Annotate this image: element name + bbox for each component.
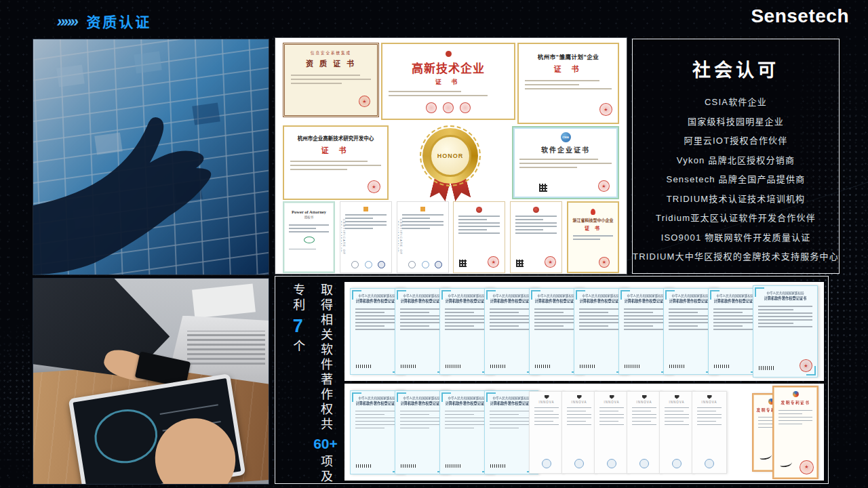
cert-title: 浙江省科技型中小企业 bbox=[568, 217, 618, 223]
social-list-item: Vykon 品牌北区授权分销商 bbox=[633, 151, 839, 171]
video-wall-illustration bbox=[33, 39, 269, 274]
barcode bbox=[356, 464, 371, 468]
red-seal bbox=[545, 256, 556, 268]
coat-of-arms-icon bbox=[707, 395, 712, 399]
blue-seal bbox=[542, 459, 551, 468]
coat-of-arms-icon bbox=[642, 395, 647, 399]
cert-title: 发明专利证书 bbox=[775, 399, 816, 405]
innovation-patent-certificate: INNOVA bbox=[561, 391, 597, 474]
green-oval-stamp bbox=[304, 237, 315, 243]
vertical-caption: 专利 7 个 取得相关软件著作权共 60+ 项及 bbox=[283, 283, 344, 485]
cert-subtitle: 授权书 bbox=[284, 215, 334, 219]
registrar-logo-icon bbox=[420, 207, 425, 211]
certificate-of-registration-1: CERTIFICATE OF REGISTRATION bbox=[340, 201, 392, 273]
social-list-item: Tridium亚太区认证软件开发合作伙伴 bbox=[633, 209, 839, 228]
brand-logo: Sensetech bbox=[751, 5, 849, 27]
caption-text: 项及 bbox=[318, 455, 333, 485]
cert-title: INNOVA bbox=[530, 401, 564, 404]
certificate-of-registration-2: CERTIFICATE OF REGISTRATION bbox=[397, 201, 449, 273]
medal-label: HONOR bbox=[437, 152, 464, 159]
red-seal bbox=[598, 180, 610, 192]
social-list-item: ISO9001 物联网软件开发质量认证 bbox=[633, 228, 839, 248]
cert-title: 资 质 证 书 bbox=[285, 58, 377, 68]
copyright-certificates-strip: 中华人民共和国国家版权局 计算机软件著作权登记证书 中华人民共和国国家版权局 计… bbox=[344, 282, 824, 381]
software-copyright-certificate-large: 中华人民共和国国家版权局 计算机软件著作权登记证书 bbox=[753, 285, 818, 378]
photo-desk-scene bbox=[33, 278, 269, 485]
cert-subtitle: 证 书 bbox=[568, 224, 618, 231]
coat-of-arms-icon bbox=[610, 395, 614, 399]
red-seal bbox=[599, 257, 610, 268]
caption-text: 专利 bbox=[290, 283, 305, 313]
flame-logo-icon bbox=[591, 209, 595, 215]
cnipa-logo-icon bbox=[793, 391, 799, 397]
barcode bbox=[401, 365, 416, 368]
barcode bbox=[580, 365, 595, 368]
cert-title: Power of Attorney bbox=[284, 209, 334, 214]
social-list: CSIA软件企业 国家级科技园明星企业 阿里云IOT授权合作伙伴 Vykon 品… bbox=[633, 93, 839, 267]
page-title: 资质认证 bbox=[86, 11, 151, 31]
qr-code bbox=[516, 260, 524, 267]
certificates-panel: 信息安全系统集成 资 质 证 书 高新技术企业 证 书 杭州市“雏鹰计划”企业 … bbox=[275, 37, 627, 274]
vertical-side-text: CERTIFICATE OF REGISTRATION bbox=[398, 205, 403, 270]
csia-globe-icon: CSIA bbox=[561, 132, 571, 142]
cert-header: 中华人民共和国国家版权局 bbox=[756, 290, 814, 294]
signature bbox=[759, 452, 772, 460]
barcode bbox=[669, 365, 684, 368]
barcode bbox=[490, 365, 505, 368]
cert-title: 高新技术企业 bbox=[382, 59, 514, 76]
blue-seal bbox=[574, 459, 584, 468]
invention-patent-group: 发明专利证书 发明专利证书 bbox=[752, 386, 818, 479]
barcode bbox=[401, 464, 416, 468]
cert-title: INNOVA bbox=[595, 401, 629, 404]
barcode bbox=[625, 365, 639, 368]
national-emblem-icon bbox=[533, 207, 539, 213]
certificate-software-enterprise: CSIA 软件企业证书 bbox=[512, 126, 619, 199]
registrar-logo-icon bbox=[363, 207, 368, 211]
social-list-item: Sensetech 品牌全国产品提供商 bbox=[633, 170, 839, 190]
government-license-1 bbox=[453, 201, 505, 273]
innovation-patent-certificate: INNOVA bbox=[529, 391, 564, 474]
red-seal bbox=[800, 460, 814, 474]
qr-code bbox=[539, 184, 547, 192]
barcode bbox=[446, 464, 460, 468]
barcode bbox=[714, 365, 729, 368]
red-seal bbox=[368, 180, 380, 193]
innovation-patent-certificate: INNOVA bbox=[594, 391, 629, 474]
caption-text: 取得相关软件著作权共 bbox=[318, 283, 333, 432]
medal-ring: HONOR bbox=[422, 128, 478, 184]
copyright-count: 60+ bbox=[313, 436, 338, 451]
social-list-item: 国家级科技园明星企业 bbox=[633, 113, 839, 132]
barcode bbox=[759, 366, 775, 370]
honor-medal: HONOR bbox=[416, 124, 484, 201]
social-list-item: CSIA软件企业 bbox=[633, 93, 839, 113]
blue-seal bbox=[672, 459, 682, 468]
social-list-item: TRIDIUM技术认证技术培训机构 bbox=[633, 190, 839, 209]
red-seal bbox=[599, 103, 612, 116]
cert-subtitle: 证 书 bbox=[284, 144, 387, 155]
accreditation-seals bbox=[349, 261, 389, 268]
coat-of-arms-icon bbox=[675, 395, 679, 399]
national-emblem-icon bbox=[476, 207, 482, 213]
patents-panel: 专利 7 个 取得相关软件著作权共 60+ 项及 中华人民共和国国家版权局 计算… bbox=[275, 276, 829, 484]
blue-seal bbox=[705, 459, 714, 468]
cert-title: 计算机软件著作权登记证书 bbox=[755, 296, 815, 301]
cert-title: 软件企业证书 bbox=[513, 144, 618, 155]
signature bbox=[779, 460, 792, 467]
barcode bbox=[490, 464, 505, 468]
certificate-zhejiang-sme: 浙江省科技型中小企业 证 书 bbox=[567, 201, 619, 273]
red-emblem-icon bbox=[446, 51, 452, 57]
patent-count: 7 bbox=[293, 317, 303, 336]
innovation-patent-certificate: INNOVA bbox=[692, 391, 727, 474]
certificate-security-integration: 信息安全系统集成 资 质 证 书 bbox=[283, 43, 379, 117]
barcode bbox=[356, 365, 371, 368]
cert-title: 杭州市“雏鹰计划”企业 bbox=[519, 52, 618, 60]
cert-subtitle: 证 书 bbox=[519, 63, 618, 74]
innovation-patent-certificate: INNOVA bbox=[659, 391, 694, 474]
government-license-2 bbox=[510, 201, 562, 273]
certificate-rnd-center: 杭州市企业高新技术研究开发中心 证 书 bbox=[283, 125, 389, 200]
caption-text: 个 bbox=[290, 340, 305, 354]
qr-code bbox=[459, 260, 467, 267]
social-list-item: TRIDIUM大中华区授权的金牌技术支持服务中心 bbox=[633, 247, 839, 267]
red-seal bbox=[488, 256, 499, 268]
blue-seal bbox=[607, 459, 616, 468]
